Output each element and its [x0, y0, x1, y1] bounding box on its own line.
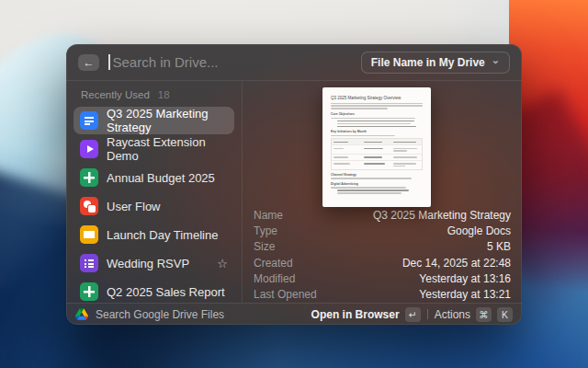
list-item-label: User Flow [107, 200, 161, 213]
doc-table [331, 138, 423, 170]
actions-button[interactable]: Actions ⌘ K [435, 307, 513, 322]
back-button[interactable]: ← [78, 54, 99, 71]
shapes-icon [80, 197, 98, 215]
list-item-raycast-extension-demo[interactable]: Raycast Extension Demo [74, 135, 234, 163]
search-scope-value: File Name in My Drive [371, 56, 485, 69]
meta-row-name: Name Q3 2025 Marketing Strategy [254, 207, 511, 223]
google-sheets-icon [80, 168, 98, 187]
search-scope-dropdown[interactable]: File Name in My Drive ⌄ [361, 52, 510, 74]
list-item-label: Q3 2025 Marketing Strategy [107, 107, 228, 134]
open-in-browser-button[interactable]: Open in Browser ↵ [311, 307, 421, 322]
document-thumbnail: Q3 2025 Marketing Strategy Overview Core… [322, 87, 431, 207]
document-preview-area: Q3 2025 Marketing Strategy Overview Core… [243, 81, 522, 204]
results-list: Recently Used 18 Q3 2025 Marketing Strat… [66, 81, 243, 303]
window-body: Recently Used 18 Q3 2025 Marketing Strat… [66, 81, 522, 303]
doc-heading: Digital Advertising [331, 182, 423, 186]
back-arrow-icon: ← [84, 57, 95, 68]
list-section-header: Recently Used 18 [74, 86, 234, 107]
doc-heading: Core Objectives [331, 112, 423, 116]
star-icon: ☆ [217, 257, 228, 270]
google-docs-icon [80, 111, 98, 130]
text-cursor [108, 54, 110, 70]
list-item-label: Wedding RSVP [107, 257, 189, 270]
search-bar: ← File Name in My Drive ⌄ [66, 44, 522, 81]
section-count: 18 [158, 89, 170, 100]
list-item-q3-marketing-strategy[interactable]: Q3 2025 Marketing Strategy [74, 107, 234, 134]
list-item-q2-sales-report[interactable]: Q2 2025 Sales Report [74, 278, 234, 303]
list-item-label: Launch Day Timeline [107, 228, 218, 242]
doc-heading: Channel Strategy [331, 173, 423, 177]
raycast-drive-search-window: ← File Name in My Drive ⌄ Recently Used … [66, 44, 522, 325]
google-forms-icon [80, 254, 98, 272]
k-key: K [497, 307, 513, 322]
google-drive-icon [75, 308, 88, 320]
chevron-down-icon: ⌄ [492, 58, 500, 63]
search-input[interactable] [113, 54, 352, 70]
doc-title: Q3 2025 Marketing Strategy Overview [331, 96, 423, 100]
return-key-icon: ↵ [405, 307, 421, 322]
list-item-user-flow[interactable]: User Flow [74, 192, 234, 220]
meta-row-size: Size 5 KB [254, 239, 511, 255]
list-item-wedding-rsvp[interactable]: Wedding RSVP ☆ [74, 249, 234, 277]
list-item-label: Raycast Extension Demo [107, 135, 228, 163]
list-item-label: Annual Budget 2025 [107, 171, 215, 185]
list-item-label: Q2 2025 Sales Report [107, 285, 225, 299]
meta-row-type: Type Google Docs [254, 223, 511, 238]
list-item-annual-budget[interactable]: Annual Budget 2025 [74, 164, 234, 191]
google-slides-icon [80, 225, 98, 244]
command-key-icon: ⌘ [476, 307, 492, 322]
metadata-panel: Name Q3 2025 Marketing Strategy Type Goo… [243, 204, 522, 303]
meta-row-last-opened: Last Opened Yesterday at 13:21 [254, 286, 511, 302]
extension-label: Search Google Drive Files [96, 308, 224, 321]
doc-heading: Key Initiatives by Month [331, 130, 423, 133]
footer-divider [427, 309, 428, 319]
section-title: Recently Used [81, 89, 150, 100]
list-item-launch-day-timeline[interactable]: Launch Day Timeline [74, 221, 234, 248]
detail-panel: Q3 2025 Marketing Strategy Overview Core… [243, 81, 522, 303]
google-sheets-icon [80, 282, 98, 301]
action-bar: Search Google Drive Files Open in Browse… [66, 303, 522, 325]
meta-row-created: Created Dec 14, 2025 at 22:48 [254, 255, 511, 270]
meta-row-modified: Modified Yesterday at 13:16 [254, 270, 511, 286]
play-icon [80, 140, 98, 158]
